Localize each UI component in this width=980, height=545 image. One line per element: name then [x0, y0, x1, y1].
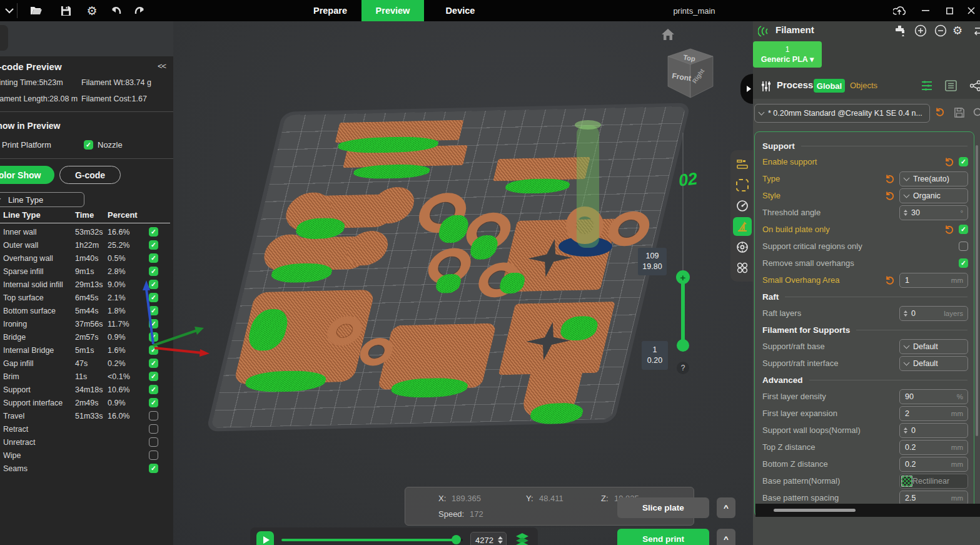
slice-plate-button[interactable]: Slice plate — [617, 497, 709, 518]
play-button[interactable] — [256, 531, 274, 545]
line-type-checkbox[interactable]: ✓ — [149, 385, 158, 394]
reset-icon[interactable] — [885, 174, 895, 184]
model-object[interactable] — [493, 157, 590, 181]
line-type-checkbox[interactable]: ✓ — [149, 398, 158, 407]
setting-dropdown[interactable]: Organic — [899, 188, 968, 203]
setting-checkbox[interactable] — [959, 242, 968, 251]
3d-viewport[interactable]: Top Front Right 02 + 10919.80 10.20 ? X:… — [173, 21, 753, 545]
tab-objects[interactable]: Objects — [850, 81, 877, 90]
line-type-checkbox[interactable]: ✓ — [149, 227, 158, 237]
reset-icon[interactable] — [885, 191, 895, 201]
layer-slider-range[interactable] — [681, 279, 685, 345]
tab-preview[interactable]: Preview — [361, 0, 424, 21]
minimize-icon[interactable] — [919, 4, 932, 17]
line-type-checkbox[interactable] — [149, 451, 158, 460]
model-object[interactable] — [367, 186, 418, 224]
category-strength-icon[interactable] — [733, 176, 752, 195]
line-type-checkbox[interactable] — [149, 424, 158, 434]
category-others-icon[interactable] — [733, 258, 752, 277]
build-plate[interactable] — [211, 106, 686, 428]
layer-slider-bottom-handle[interactable] — [677, 339, 689, 352]
setting-checkbox[interactable]: ✓ — [959, 225, 968, 234]
color-show-button[interactable]: Color Show — [0, 166, 54, 184]
tab-prepare[interactable]: Prepare — [299, 0, 361, 21]
setting-input[interactable]: 90% — [899, 389, 968, 404]
frame-stepper[interactable]: 4272 — [470, 532, 507, 545]
undo-icon[interactable] — [109, 4, 122, 17]
horizontal-scrollbar[interactable] — [755, 504, 980, 517]
filament-more-icon[interactable] — [973, 24, 980, 37]
category-speed-icon[interactable] — [733, 196, 752, 215]
line-type-checkbox[interactable]: ✓ — [149, 253, 158, 263]
preset-search-icon[interactable] — [973, 108, 980, 118]
line-type-checkbox[interactable]: ✓ — [149, 240, 158, 250]
frame-stepper-arrows[interactable] — [498, 536, 503, 544]
layer-slider-top-handle[interactable]: + — [676, 270, 690, 284]
spinner-arrows[interactable] — [904, 210, 907, 216]
nozzle-checkbox[interactable]: ✓ — [84, 140, 93, 150]
setting-input[interactable]: 0.2mm — [899, 440, 968, 455]
add-filament-icon[interactable] — [914, 24, 927, 37]
preset-reset-icon[interactable] — [935, 107, 945, 117]
help-button[interactable]: ? — [677, 362, 689, 374]
filament-settings-icon[interactable]: ⚙ — [952, 24, 962, 38]
remove-filament-icon[interactable] — [934, 24, 947, 37]
category-quality-icon[interactable] — [733, 155, 752, 174]
upload-icon[interactable] — [893, 4, 906, 17]
close-icon[interactable] — [965, 4, 977, 17]
setting-input[interactable]: 0 — [899, 423, 968, 438]
vertical-scrollbar-thumb[interactable] — [976, 145, 978, 436]
compare-icon[interactable] — [969, 80, 980, 91]
layers-icon[interactable] — [515, 532, 529, 545]
seek-slider[interactable] — [281, 539, 463, 541]
setting-dropdown[interactable]: Tree(auto) — [899, 171, 968, 186]
setting-input[interactable]: 30° — [899, 205, 968, 220]
faucet-icon[interactable] — [894, 24, 907, 37]
open-file-icon[interactable] — [30, 4, 43, 17]
setting-input[interactable]: 0.2mm — [899, 457, 968, 472]
line-type-checkbox[interactable] — [149, 437, 158, 447]
spinner-arrows[interactable] — [904, 427, 907, 434]
reset-icon[interactable] — [944, 157, 954, 167]
tab-device[interactable]: Device — [429, 0, 492, 21]
redo-icon[interactable] — [133, 4, 146, 17]
send-print-button[interactable]: Send print — [617, 529, 709, 545]
parameter-list-icon[interactable] — [921, 80, 933, 91]
line-type-checkbox[interactable]: ✓ — [149, 372, 158, 381]
setting-checkbox[interactable]: ✓ — [959, 157, 968, 166]
slice-expand-button[interactable]: ^ — [717, 497, 735, 518]
seek-handle[interactable] — [452, 535, 461, 544]
navigation-cube[interactable]: Top Front Right — [664, 45, 717, 103]
gcode-button[interactable]: G-code — [59, 166, 121, 184]
line-type-checkbox[interactable] — [149, 411, 158, 420]
setting-input[interactable]: 2.5mm — [899, 491, 968, 506]
model-cylinder[interactable] — [605, 211, 653, 247]
tab-global[interactable]: Global — [814, 79, 845, 93]
save-file-icon[interactable] — [59, 4, 72, 17]
collapsed-panel-stub[interactable] — [0, 25, 8, 51]
setting-input[interactable]: 2mm — [899, 406, 968, 421]
preset-save-icon[interactable] — [954, 108, 964, 118]
setting-input[interactable]: 1mm — [899, 273, 968, 288]
line-type-checkbox[interactable]: ✓ — [149, 267, 158, 276]
model-object[interactable] — [343, 230, 391, 266]
category-support-icon[interactable] — [733, 217, 752, 236]
home-view-icon[interactable] — [660, 28, 675, 41]
setting-checkbox[interactable]: ✓ — [959, 258, 968, 268]
category-cooling-icon[interactable] — [733, 238, 752, 257]
setting-dropdown[interactable]: Default — [899, 356, 968, 371]
filament-slot-button[interactable]: 1 Generic PLA ▾ — [753, 41, 822, 68]
send-expand-button[interactable]: ^ — [717, 529, 735, 545]
menu-chevron-icon[interactable] — [3, 4, 16, 17]
maximize-icon[interactable] — [943, 4, 956, 17]
settings-gear-icon[interactable]: ⚙ — [86, 4, 98, 17]
spinner-arrows[interactable] — [904, 310, 907, 317]
parameter-table-icon[interactable] — [945, 80, 957, 91]
collapse-panel-button[interactable]: << — [158, 61, 166, 71]
preset-dropdown[interactable]: * 0.20mm Standard @Creality K1 SE 0.4 n.… — [754, 104, 930, 123]
horizontal-scrollbar-thumb[interactable] — [774, 509, 856, 512]
reset-icon[interactable] — [944, 225, 954, 235]
setting-input[interactable]: Rectilinear — [899, 474, 968, 489]
line-type-checkbox[interactable]: ✓ — [149, 464, 158, 473]
line-type-selector[interactable]: Line Type — [0, 192, 84, 207]
